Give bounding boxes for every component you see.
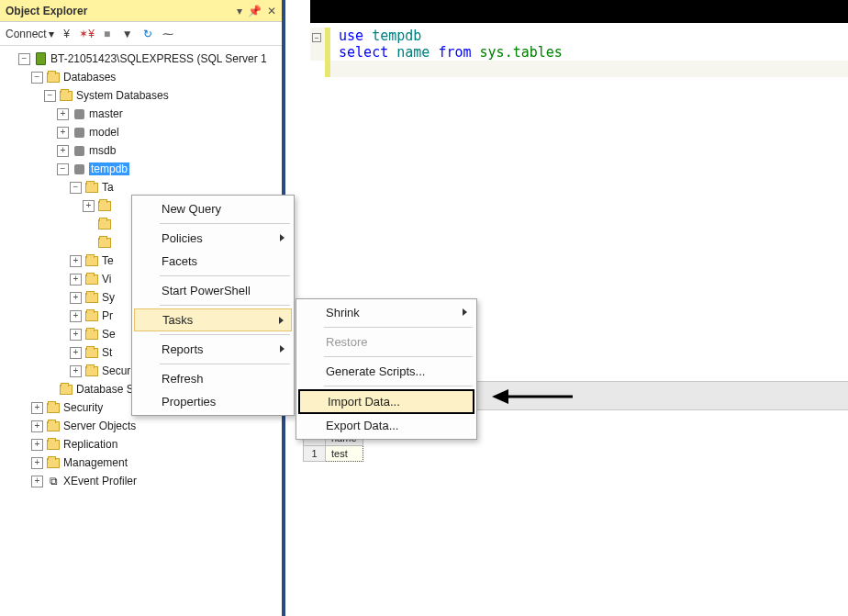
menu-export-data[interactable]: Export Data... (298, 414, 474, 437)
row-number[interactable]: 1 (304, 446, 326, 462)
expand-icon[interactable]: + (31, 439, 43, 451)
server-node[interactable]: − BT-21051423\SQLEXPRESS (SQL Server 1 (6, 50, 282, 68)
code-fold-icon[interactable] (312, 33, 321, 42)
menu-powershell[interactable]: Start PowerShell (134, 279, 292, 302)
expand-icon[interactable]: + (70, 347, 82, 359)
folder-icon (84, 272, 99, 286)
menu-tasks[interactable]: Tasks (134, 308, 292, 331)
context-menu-database: New Query Policies Facets Start PowerShe… (131, 195, 295, 416)
server-objects-node[interactable]: +Server Objects (6, 417, 282, 435)
menu-reports[interactable]: Reports (134, 338, 292, 361)
refresh-icon[interactable]: ↻ (140, 28, 155, 40)
folder-icon (59, 382, 73, 397)
menu-policies[interactable]: Policies (134, 227, 292, 250)
activity-icon[interactable]: ⁓ (161, 28, 175, 40)
pin-icon[interactable]: 📌 (248, 5, 262, 17)
folder-icon (84, 290, 99, 305)
expand-icon[interactable]: + (31, 402, 43, 414)
menu-generate-scripts[interactable]: Generate Scripts... (298, 360, 474, 383)
cell-value[interactable]: test (326, 446, 363, 462)
db-model[interactable]: +model (6, 123, 282, 141)
menu-shrink[interactable]: Shrink (298, 301, 474, 324)
folder-icon (84, 308, 99, 323)
folder-icon (84, 364, 99, 378)
database-icon (72, 162, 86, 176)
folder-icon (84, 345, 99, 360)
server-icon (33, 51, 48, 66)
expand-icon[interactable]: − (70, 182, 82, 194)
panel-header: Object Explorer ▾ 📌 ✕ (0, 0, 282, 22)
expand-icon[interactable]: + (70, 365, 82, 377)
expand-icon[interactable]: − (44, 90, 56, 102)
folder-icon (84, 180, 99, 195)
svg-marker-1 (492, 389, 508, 404)
folder-icon (46, 437, 61, 452)
menu-facets[interactable]: Facets (134, 250, 292, 273)
database-icon (72, 143, 86, 158)
sql-editor[interactable]: use tempdb select name from sys.tables (310, 28, 848, 77)
expand-icon[interactable]: − (57, 163, 69, 175)
filter-icon[interactable]: ▼ (120, 28, 135, 40)
disconnect-all-icon[interactable]: ✶¥ (80, 28, 95, 40)
folder-icon (46, 455, 61, 470)
expand-icon[interactable]: − (31, 72, 43, 84)
tempdb-tables[interactable]: −Ta (6, 178, 282, 196)
expand-icon[interactable]: + (70, 274, 82, 286)
close-icon[interactable]: ✕ (267, 5, 276, 17)
context-menu-tasks: Shrink Restore Generate Scripts... Impor… (296, 298, 477, 440)
expand-icon[interactable]: + (31, 457, 43, 469)
window-position-icon[interactable]: ▾ (237, 5, 242, 17)
management-node[interactable]: +Management (6, 454, 282, 472)
expand-icon[interactable]: + (57, 108, 69, 120)
expand-icon[interactable]: − (18, 53, 30, 65)
menu-refresh[interactable]: Refresh (134, 367, 292, 390)
db-master[interactable]: +master (6, 105, 282, 123)
folder-icon (46, 70, 61, 84)
folder-icon (97, 235, 112, 250)
object-explorer-toolbar: Connect▾ ¥ ✶¥ ■ ▼ ↻ ⁓ (0, 22, 282, 46)
xevent-node[interactable]: +⧉XEvent Profiler (6, 472, 282, 490)
tab-bar (310, 0, 848, 23)
folder-icon (84, 327, 99, 342)
replication-node[interactable]: +Replication (6, 435, 282, 454)
database-icon (72, 125, 86, 140)
expand-icon[interactable]: + (57, 145, 69, 157)
system-databases-node[interactable]: − System Databases (6, 86, 282, 105)
expand-icon[interactable]: + (70, 329, 82, 341)
db-msdb[interactable]: +msdb (6, 141, 282, 160)
menu-new-query[interactable]: New Query (134, 197, 292, 220)
xevent-icon: ⧉ (46, 474, 61, 488)
expand-icon[interactable]: + (83, 200, 95, 212)
databases-node[interactable]: − Databases (6, 68, 282, 86)
expand-icon[interactable]: + (70, 310, 82, 322)
stop-icon[interactable]: ■ (100, 28, 115, 40)
expand-icon[interactable]: + (57, 127, 69, 139)
expand-icon[interactable]: + (70, 292, 82, 304)
expand-icon[interactable]: + (31, 420, 43, 432)
expand-icon[interactable]: + (70, 255, 82, 267)
folder-icon (46, 400, 61, 415)
folder-icon (46, 419, 61, 433)
connect-button[interactable]: Connect▾ (6, 28, 54, 40)
menu-properties[interactable]: Properties (134, 390, 292, 413)
disconnect-icon[interactable]: ¥ (60, 28, 74, 40)
database-icon (72, 106, 86, 121)
menu-import-data[interactable]: Import Data... (298, 389, 474, 414)
folder-icon (59, 88, 73, 103)
annotation-arrow (492, 386, 575, 408)
db-tempdb[interactable]: −tempdb (6, 160, 282, 178)
menu-restore: Restore (298, 330, 474, 353)
folder-icon (97, 198, 112, 213)
folder-icon (84, 253, 99, 268)
folder-icon (97, 217, 112, 231)
panel-title: Object Explorer (6, 5, 231, 17)
expand-icon[interactable]: + (31, 476, 43, 487)
